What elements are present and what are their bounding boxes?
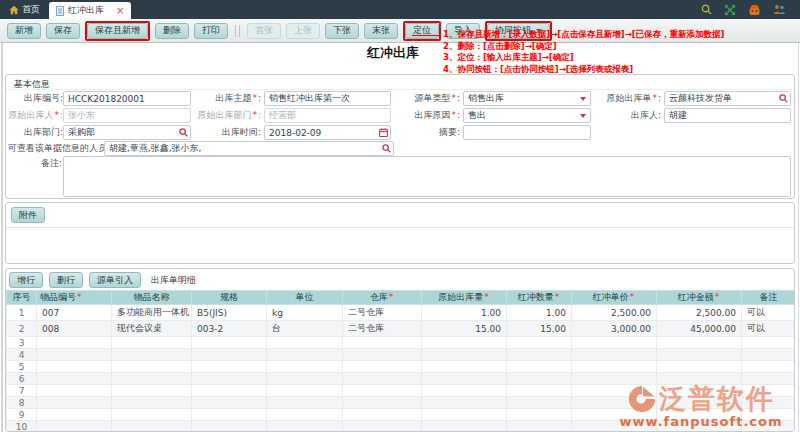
grid-cell[interactable]: [343, 373, 422, 385]
grid-cell[interactable]: 可以: [742, 305, 796, 321]
grid-cell[interactable]: [112, 421, 192, 432]
grid-cell[interactable]: [37, 373, 112, 385]
print-button[interactable]: 打印: [194, 23, 228, 39]
grid-cell[interactable]: [112, 397, 192, 409]
last-record-button[interactable]: 末张: [364, 23, 398, 39]
grid-cell[interactable]: [192, 349, 267, 361]
grid-cell[interactable]: [742, 385, 796, 397]
grid-cell[interactable]: [422, 349, 507, 361]
source-type-input[interactable]: [463, 91, 591, 106]
grid-cell[interactable]: [343, 421, 422, 432]
grid-cell[interactable]: [343, 409, 422, 421]
save-button[interactable]: 保存: [46, 23, 80, 39]
grid-cell[interactable]: 003-2: [192, 321, 267, 337]
grid-cell[interactable]: [422, 337, 507, 349]
expand-arrows-icon[interactable]: [724, 4, 736, 16]
grid-cell[interactable]: [343, 337, 422, 349]
remark-textarea[interactable]: [63, 156, 791, 197]
calendar-icon[interactable]: [379, 128, 388, 137]
attachment-button[interactable]: 附件: [11, 207, 45, 223]
grid-cell[interactable]: [37, 397, 112, 409]
grid-cell[interactable]: [343, 385, 422, 397]
grid-cell[interactable]: [422, 361, 507, 373]
grid-cell[interactable]: [343, 397, 422, 409]
grid-cell[interactable]: [507, 337, 572, 349]
grid-cell[interactable]: [657, 349, 742, 361]
grid-cell[interactable]: [572, 361, 657, 373]
grid-cell[interactable]: [572, 421, 657, 432]
grid-cell[interactable]: [37, 337, 112, 349]
grid-cell[interactable]: [507, 385, 572, 397]
grid-cell[interactable]: [657, 409, 742, 421]
grid-cell[interactable]: [657, 397, 742, 409]
grid-cell[interactable]: [112, 373, 192, 385]
next-record-button[interactable]: 下张: [325, 23, 359, 39]
grid-cell[interactable]: 1.00: [507, 305, 572, 321]
grid-cell[interactable]: [112, 409, 192, 421]
grid-cell[interactable]: 二号仓库: [343, 321, 422, 337]
grid-cell[interactable]: B5(JIS): [192, 305, 267, 321]
grid-cell[interactable]: kg: [267, 305, 343, 321]
original-order-input[interactable]: [664, 91, 791, 106]
search-icon[interactable]: [701, 4, 712, 15]
grid-cell[interactable]: [742, 409, 796, 421]
grid-cell[interactable]: [742, 373, 796, 385]
grid-cell[interactable]: 45,000.00: [657, 321, 742, 337]
grid-cell[interactable]: [422, 409, 507, 421]
grid-cell[interactable]: [572, 385, 657, 397]
grid-cell[interactable]: [572, 409, 657, 421]
delete-row-button[interactable]: 删行: [49, 272, 83, 288]
grid-cell[interactable]: 可以: [742, 321, 796, 337]
grid-cell[interactable]: [742, 421, 796, 432]
grid-cell[interactable]: [657, 385, 742, 397]
code-input[interactable]: [63, 91, 191, 106]
grid-cell[interactable]: [572, 397, 657, 409]
dept-input[interactable]: [63, 125, 191, 140]
grid-cell[interactable]: [267, 385, 343, 397]
grid-cell[interactable]: [37, 409, 112, 421]
grid-cell[interactable]: [192, 373, 267, 385]
magnifier-icon[interactable]: [382, 144, 391, 153]
locate-button[interactable]: 定位: [405, 23, 439, 39]
tab-home[interactable]: 首页: [0, 0, 49, 19]
grid-cell[interactable]: [37, 385, 112, 397]
grid-cell[interactable]: [267, 337, 343, 349]
grid-cell[interactable]: 15.00: [422, 321, 507, 337]
grid-cell[interactable]: 008: [37, 321, 112, 337]
grid-cell[interactable]: [343, 349, 422, 361]
grid-cell[interactable]: [267, 409, 343, 421]
magnifier-icon[interactable]: [179, 128, 188, 137]
grid-cell[interactable]: 台: [267, 321, 343, 337]
grid-cell[interactable]: [267, 349, 343, 361]
grid-cell[interactable]: [507, 373, 572, 385]
grid-cell[interactable]: [112, 385, 192, 397]
grid-cell[interactable]: [37, 361, 112, 373]
fanpu-app-icon[interactable]: [748, 4, 761, 16]
grid-cell[interactable]: [422, 397, 507, 409]
grid-cell[interactable]: [507, 397, 572, 409]
grid-cell[interactable]: [37, 349, 112, 361]
summary-input[interactable]: [463, 125, 591, 140]
grid-cell[interactable]: [267, 361, 343, 373]
grid-cell[interactable]: [267, 373, 343, 385]
person-input[interactable]: [664, 108, 791, 123]
grid-cell[interactable]: [267, 397, 343, 409]
grid-cell[interactable]: [112, 337, 192, 349]
save-and-new-button[interactable]: 保存且新增: [87, 23, 148, 39]
grid-cell[interactable]: [742, 361, 796, 373]
grid-cell[interactable]: [657, 421, 742, 432]
grid-cell[interactable]: 007: [37, 305, 112, 321]
grid-cell[interactable]: [742, 349, 796, 361]
grid-cell[interactable]: [657, 361, 742, 373]
grid-cell[interactable]: [572, 337, 657, 349]
grid-cell[interactable]: [422, 385, 507, 397]
grid-cell[interactable]: 3,000.00: [572, 321, 657, 337]
grid-cell[interactable]: [112, 349, 192, 361]
grid-cell[interactable]: [507, 349, 572, 361]
source-import-button[interactable]: 源单引入: [89, 272, 141, 288]
grid-cell[interactable]: [192, 421, 267, 432]
grid-cell[interactable]: [192, 409, 267, 421]
grid-cell[interactable]: [507, 421, 572, 432]
grid-cell[interactable]: [507, 409, 572, 421]
grid-cell[interactable]: 二号仓库: [343, 305, 422, 321]
